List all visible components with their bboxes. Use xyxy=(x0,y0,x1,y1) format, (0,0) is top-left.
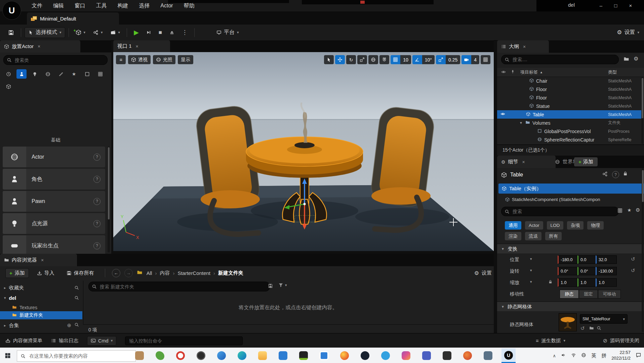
eye-column-icon[interactable] xyxy=(501,70,506,75)
close-icon[interactable]: × xyxy=(136,44,138,49)
ime-mode-indicator[interactable]: 拼 xyxy=(601,353,606,359)
reset-rotation-icon[interactable]: ↺ xyxy=(631,268,635,274)
help-icon[interactable]: ? xyxy=(93,154,100,161)
filter-general[interactable]: 通用 xyxy=(505,221,521,230)
expander-icon[interactable]: ▾ xyxy=(4,296,6,300)
app-file-explorer-icon[interactable] xyxy=(258,351,267,360)
mesh-reset-icon[interactable]: ↺ xyxy=(580,325,585,331)
category-cinematic-icon[interactable] xyxy=(56,69,66,79)
grid-snap-group[interactable]: 10 xyxy=(391,55,411,64)
mobility-stationary-button[interactable]: 固定 xyxy=(579,290,598,298)
static-mesh-thumbnail[interactable] xyxy=(559,313,577,331)
outliner-row-table-selected[interactable]: Table StaticMeshA xyxy=(497,110,642,119)
filter-rendering[interactable]: 渲染 xyxy=(505,232,521,240)
console-command-input[interactable] xyxy=(128,338,239,344)
app-steam-icon[interactable] xyxy=(361,351,369,360)
cb-favorites-row[interactable]: ▸ 收藏夹 xyxy=(0,283,82,292)
outliner-tab[interactable]: 大纲 × xyxy=(497,40,549,53)
app-edge-icon[interactable] xyxy=(238,351,246,360)
static-mesh-component-row[interactable]: StaticMeshComponent (StaticMeshCompon xyxy=(505,195,643,204)
unreal-logo-icon[interactable]: U xyxy=(2,1,21,20)
source-control-button[interactable]: ⊘ 源码管理关闭 xyxy=(603,337,639,344)
cb-asset-search-input[interactable] xyxy=(99,284,267,290)
filter-all[interactable]: 所有 xyxy=(545,232,562,240)
outliner-row-floor[interactable]: Floor StaticMeshA xyxy=(497,85,642,93)
cb-tree-new-folder-selected[interactable]: 新建文件夹 xyxy=(0,311,82,319)
outliner-scrollbar[interactable] xyxy=(641,77,643,144)
cb-settings-dropdown[interactable]: ⚙ 设置 xyxy=(474,270,492,276)
help-icon[interactable]: ? xyxy=(93,198,100,205)
place-actor-scrollbar[interactable] xyxy=(108,147,110,252)
details-tab[interactable]: ⚙ 细节 × xyxy=(497,156,556,168)
cb-project-row[interactable]: ▾ del xyxy=(0,293,82,302)
filter-misc[interactable]: 杂项 xyxy=(567,221,583,230)
network-icon[interactable] xyxy=(571,353,576,359)
category-geometry-icon[interactable] xyxy=(82,69,92,79)
filter-streaming[interactable]: 流送 xyxy=(525,232,541,240)
viewport-menu-button[interactable]: ≡ xyxy=(116,55,126,64)
app-unreal-active-slot[interactable]: U xyxy=(501,349,516,363)
app-plant-icon[interactable] xyxy=(156,351,164,360)
expander-icon[interactable]: ▸ xyxy=(4,286,6,290)
new-folder-icon[interactable] xyxy=(623,56,629,63)
favorites-star-icon[interactable]: ★ xyxy=(627,207,632,213)
cb-import-button[interactable]: 导入 xyxy=(33,268,58,278)
menu-window[interactable]: 窗口 xyxy=(70,0,90,11)
platform-dropdown[interactable]: 平台 ▾ xyxy=(213,28,242,38)
cb-add-button[interactable]: + 添加 xyxy=(5,268,29,278)
save-search-icon[interactable] xyxy=(268,283,273,289)
move-tool-button[interactable] xyxy=(335,55,345,64)
globe-icon[interactable] xyxy=(581,353,586,359)
menu-file[interactable]: 文件 xyxy=(27,0,47,11)
outliner-row-floor-2[interactable]: Floor StaticMeshA xyxy=(497,93,642,102)
content-drawer-button[interactable]: 内容侧滑菜单 xyxy=(5,337,42,344)
eye-icon[interactable] xyxy=(500,112,505,117)
category-volumes-icon[interactable] xyxy=(3,82,13,91)
details-scrollbar[interactable] xyxy=(642,168,644,332)
location-z-field[interactable]: 32.0 xyxy=(596,255,617,264)
blueprints-dropdown[interactable]: ▾ xyxy=(89,28,106,38)
back-button[interactable]: ← xyxy=(112,269,120,277)
app-green-chip-icon[interactable] xyxy=(299,351,308,360)
outliner-search-input[interactable] xyxy=(512,56,615,63)
perspective-dropdown[interactable]: 透视 xyxy=(128,55,151,64)
cmd-dropdown[interactable]: Cmd ▾ xyxy=(87,336,116,346)
derived-data-dropdown[interactable]: ≡ 派生数据 ▾ xyxy=(536,337,565,344)
cb-tree-textures[interactable]: Textures xyxy=(0,304,82,311)
app-mail-icon[interactable] xyxy=(320,351,328,360)
component-tree-root-selected[interactable]: Table（实例） xyxy=(498,184,644,194)
expander-icon[interactable]: ▸ xyxy=(4,323,6,328)
rotation-snap-group[interactable]: 10° xyxy=(412,55,435,64)
close-icon[interactable]: × xyxy=(522,159,525,165)
maximize-viewport-button[interactable] xyxy=(481,55,490,64)
close-icon[interactable]: × xyxy=(523,44,526,49)
app-blue-chat-icon[interactable] xyxy=(381,351,390,360)
forward-button[interactable]: → xyxy=(124,269,133,277)
volume-icon[interactable] xyxy=(561,353,566,359)
viewport-tab[interactable]: 视口 1 × xyxy=(113,40,170,52)
close-icon[interactable]: × xyxy=(41,257,44,263)
convert-blueprint-icon[interactable] xyxy=(602,171,608,178)
maximize-button[interactable]: □ xyxy=(609,1,622,11)
place-item-character[interactable]: 角色 ? xyxy=(3,169,105,190)
filter-physics[interactable]: 物理 xyxy=(587,221,604,230)
minimize-button[interactable]: – xyxy=(594,1,608,11)
category-basic-icon[interactable] xyxy=(16,69,27,79)
category-lights-icon[interactable] xyxy=(30,69,40,79)
rotate-tool-button[interactable]: ↻ xyxy=(346,55,356,64)
app-cup-icon[interactable] xyxy=(135,351,144,360)
play-button[interactable]: ▶ xyxy=(130,28,142,38)
tray-expand-caret[interactable]: ∧ xyxy=(553,353,556,358)
select-mode-dropdown[interactable]: 选择模式 ▾ xyxy=(25,27,65,38)
type-column-header[interactable]: 类型 xyxy=(608,69,617,75)
place-actor-search-input[interactable] xyxy=(14,57,104,63)
rotation-x-field[interactable]: 0.0° xyxy=(558,267,580,275)
content-browser-tab[interactable]: 内容浏览器 × xyxy=(0,254,77,266)
category-recent-icon[interactable] xyxy=(3,69,13,79)
scale-snap-group[interactable]: 0.25 xyxy=(436,55,460,64)
start-button[interactable] xyxy=(5,353,11,360)
help-icon[interactable]: ? xyxy=(93,220,100,227)
static-mesh-dropdown[interactable]: SM_TableRour ▾ xyxy=(580,314,628,324)
app-blue-disc-icon[interactable] xyxy=(217,351,226,360)
category-shapes-icon[interactable] xyxy=(43,69,53,79)
